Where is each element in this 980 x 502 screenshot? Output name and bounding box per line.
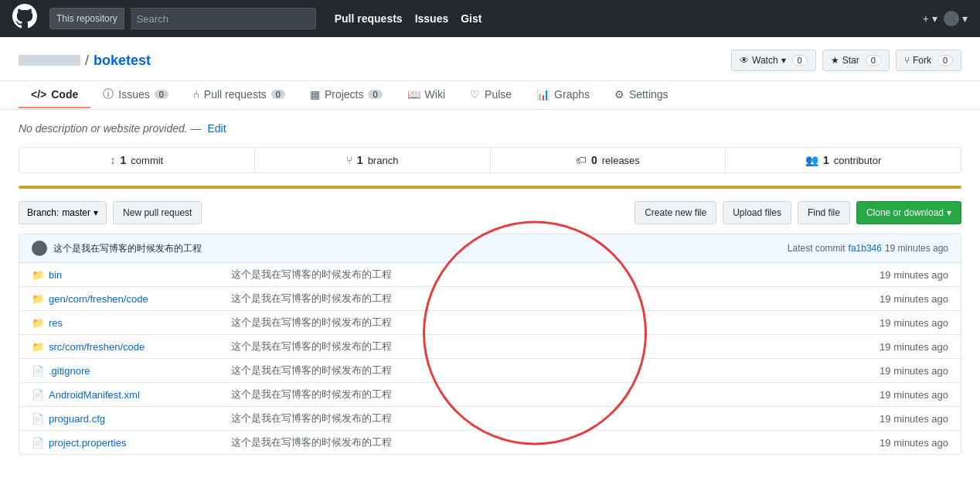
folder-icon: 📁 bbox=[32, 269, 44, 281]
file-name-link[interactable]: res bbox=[49, 317, 63, 329]
pull-requests-link[interactable]: Pull requests bbox=[335, 12, 403, 25]
repo-title-section: / boketest bbox=[19, 53, 151, 69]
user-dropdown-icon: ▾ bbox=[962, 12, 968, 25]
file-commit-message: 这个是我在写博客的时候发布的工程 bbox=[219, 364, 856, 377]
tab-settings[interactable]: ⚙ Settings bbox=[602, 82, 681, 108]
star-icon: ★ bbox=[831, 55, 839, 66]
file-icon: 📄 bbox=[32, 437, 44, 449]
file-icon: 📄 bbox=[32, 389, 44, 401]
file-actions: Create new file Upload files Find file C… bbox=[635, 201, 961, 224]
contributors-stat[interactable]: 👥 1 contributor bbox=[726, 148, 961, 172]
repo-owner[interactable] bbox=[19, 55, 80, 66]
table-row: 📁src/com/freshen/code这个是我在写博客的时候发布的工程19 … bbox=[19, 335, 961, 359]
commits-stat[interactable]: ↕ 1 commit bbox=[19, 148, 255, 172]
tab-issues[interactable]: ⓘ Issues 0 bbox=[90, 81, 181, 109]
upload-files-button[interactable]: Upload files bbox=[723, 201, 791, 224]
file-name-cell: .gitignore bbox=[49, 365, 219, 377]
repo-name[interactable]: boketest bbox=[94, 53, 151, 69]
file-time: 19 minutes ago bbox=[856, 269, 948, 281]
issues-count: 0 bbox=[155, 90, 168, 99]
tab-issues-label: Issues bbox=[118, 88, 149, 101]
branches-icon: ⑂ bbox=[346, 154, 352, 166]
description-text: No description or website provided. bbox=[19, 122, 188, 135]
create-new-file-button[interactable]: Create new file bbox=[635, 201, 716, 224]
latest-commit-row: 这个是我在写博客的时候发布的工程 Latest commit fa1b346 1… bbox=[19, 234, 961, 263]
new-item-button[interactable]: + ▾ bbox=[923, 12, 937, 25]
stats-bar: ↕ 1 commit ⑂ 1 branch 🏷 0 releases 👥 1 c… bbox=[19, 147, 961, 173]
new-pull-request-button[interactable]: New pull request bbox=[113, 201, 202, 224]
table-row: 📁bin这个是我在写博客的时候发布的工程19 minutes ago bbox=[19, 263, 961, 287]
plus-icon: + bbox=[923, 12, 929, 25]
clone-or-download-button[interactable]: Clone or download ▾ bbox=[856, 201, 961, 224]
file-name-link[interactable]: project.properties bbox=[49, 437, 126, 449]
file-name-link[interactable]: gen/com/freshen/code bbox=[49, 293, 148, 305]
commit-progress-bar bbox=[19, 186, 961, 189]
file-commit-message: 这个是我在写博客的时候发布的工程 bbox=[219, 340, 856, 353]
user-menu-button[interactable]: ▾ bbox=[944, 11, 968, 26]
tab-code[interactable]: </> Code bbox=[19, 82, 90, 108]
file-name-cell: proguard.cfg bbox=[49, 413, 219, 425]
star-button[interactable]: ★ Star 0 bbox=[822, 50, 890, 71]
tab-projects[interactable]: ▦ Projects 0 bbox=[298, 82, 395, 108]
branches-stat[interactable]: ⑂ 1 branch bbox=[255, 148, 491, 172]
tab-pulse[interactable]: ♡ Pulse bbox=[458, 82, 524, 108]
file-name-link[interactable]: src/com/freshen/code bbox=[49, 341, 145, 353]
file-time: 19 minutes ago bbox=[856, 365, 948, 377]
file-name-link[interactable]: .gitignore bbox=[49, 365, 90, 377]
wiki-icon: 📖 bbox=[407, 88, 420, 101]
branches-value: 1 bbox=[357, 154, 363, 166]
clone-dropdown-icon: ▾ bbox=[947, 207, 951, 218]
repo-tabs-bar: </> Code ⓘ Issues 0 ⑃ Pull requests 0 ▦ … bbox=[0, 81, 980, 110]
file-table: 这个是我在写博客的时候发布的工程 Latest commit fa1b346 1… bbox=[19, 234, 961, 455]
description-edit-link[interactable]: Edit bbox=[207, 122, 226, 135]
file-commit-message: 这个是我在写博客的时候发布的工程 bbox=[219, 268, 856, 282]
file-name-link[interactable]: proguard.cfg bbox=[49, 413, 105, 425]
issues-icon: ⓘ bbox=[103, 87, 114, 101]
file-commit-message: 这个是我在写博客的时候发布的工程 bbox=[219, 388, 856, 401]
find-file-button[interactable]: Find file bbox=[798, 201, 850, 224]
file-commit-message: 这个是我在写博客的时候发布的工程 bbox=[219, 435, 856, 449]
user-avatar bbox=[944, 11, 959, 26]
releases-label: releases bbox=[602, 155, 640, 166]
projects-icon: ▦ bbox=[310, 88, 320, 101]
tab-wiki[interactable]: 📖 Wiki bbox=[395, 82, 458, 108]
table-row: 📄project.properties这个是我在写博客的时候发布的工程19 mi… bbox=[19, 431, 961, 454]
commit-time: 19 minutes ago bbox=[885, 243, 948, 254]
branch-selector[interactable]: Branch: master ▾ bbox=[19, 201, 107, 224]
tab-pulse-label: Pulse bbox=[485, 88, 512, 101]
search-input[interactable] bbox=[131, 8, 316, 29]
tab-wiki-label: Wiki bbox=[425, 88, 445, 101]
file-table-container: 这个是我在写博客的时候发布的工程 Latest commit fa1b346 1… bbox=[0, 234, 980, 455]
commit-meta: Latest commit fa1b346 19 minutes ago bbox=[788, 243, 948, 254]
tab-graphs[interactable]: 📊 Graphs bbox=[524, 82, 602, 108]
tab-pull-requests[interactable]: ⑃ Pull requests 0 bbox=[181, 82, 298, 108]
file-commit-message: 这个是我在写博客的时候发布的工程 bbox=[219, 412, 856, 425]
issues-link[interactable]: Issues bbox=[415, 12, 449, 25]
releases-stat[interactable]: 🏷 0 releases bbox=[491, 148, 726, 172]
file-name-link[interactable]: bin bbox=[49, 269, 62, 281]
watch-button[interactable]: 👁 Watch ▾ 0 bbox=[731, 50, 816, 71]
tab-pr-label: Pull requests bbox=[204, 88, 267, 101]
file-toolbar: Branch: master ▾ New pull request Create… bbox=[0, 201, 980, 234]
code-icon: </> bbox=[31, 88, 46, 101]
file-icon: 📄 bbox=[32, 413, 44, 425]
commit-hash-link[interactable]: fa1b346 bbox=[849, 243, 882, 254]
settings-icon: ⚙ bbox=[614, 88, 624, 101]
folder-icon: 📁 bbox=[32, 317, 44, 329]
gist-link[interactable]: Gist bbox=[461, 12, 481, 25]
branch-label: Branch: bbox=[27, 207, 59, 218]
contributors-icon: 👥 bbox=[805, 154, 818, 166]
file-name-cell: gen/com/freshen/code bbox=[49, 293, 219, 305]
search-bar: This repository bbox=[49, 8, 316, 29]
file-name-cell: project.properties bbox=[49, 437, 219, 449]
eye-icon: 👁 bbox=[740, 55, 749, 66]
file-time: 19 minutes ago bbox=[856, 437, 948, 449]
contributors-value: 1 bbox=[823, 154, 829, 166]
file-name-link[interactable]: AndroidManifest.xml bbox=[49, 389, 140, 401]
fork-label: Fork bbox=[913, 55, 931, 66]
commits-value: 1 bbox=[121, 154, 127, 166]
fork-button[interactable]: ⑂ Fork 0 bbox=[896, 50, 961, 71]
github-logo[interactable] bbox=[12, 4, 37, 33]
table-row: 📄AndroidManifest.xml这个是我在写博客的时候发布的工程19 m… bbox=[19, 383, 961, 407]
watch-count: 0 bbox=[792, 55, 808, 66]
